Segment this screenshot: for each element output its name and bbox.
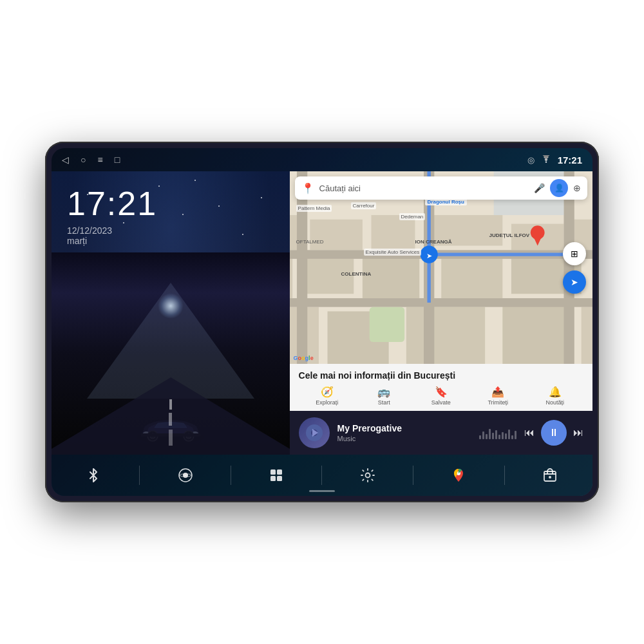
clock-date: 12/12/2023 marți: [67, 225, 274, 246]
settings-button[interactable]: [354, 461, 382, 489]
map-label-carrefour: Carrefour: [351, 202, 377, 209]
menu-button[interactable]: ≡: [97, 155, 102, 165]
svg-rect-11: [371, 215, 415, 250]
svg-rect-10: [310, 220, 363, 251]
music-info: My Prerogative Music: [337, 423, 471, 442]
play-pause-icon: ⏸: [549, 427, 559, 439]
svg-rect-42: [270, 476, 276, 481]
map-layers-button[interactable]: ⊞: [563, 242, 586, 265]
svg-rect-43: [277, 476, 282, 481]
google-maps-button[interactable]: [444, 461, 473, 489]
start-icon: 🚌: [377, 386, 390, 398]
bluetooth-button[interactable]: [80, 461, 108, 489]
status-right: ◎ 17:21: [527, 155, 582, 166]
dock-divider-3: [321, 466, 322, 485]
svg-rect-18: [441, 259, 502, 298]
map-label-judet: JUDEȚUL ILFOV: [489, 232, 530, 238]
svg-rect-41: [277, 469, 282, 475]
car-display-device: ◁ ○ ≡ □ ◎ 17:21: [45, 142, 599, 502]
home-indicator[interactable]: [309, 490, 335, 492]
map-label-oftalmed: OFTALMED: [296, 239, 324, 245]
map-label-colentina: COLENTINA: [341, 271, 372, 277]
play-pause-button[interactable]: ⏸: [541, 420, 567, 446]
svg-rect-23: [502, 303, 573, 364]
svg-rect-22: [406, 307, 484, 364]
info-tabs: 🧭 Explorați 🚌 Start 🔖 Salvate 📤: [299, 386, 583, 406]
screen: ◁ ○ ≡ □ ◎ 17:21: [52, 148, 592, 496]
apps-button[interactable]: [262, 461, 290, 489]
dock-divider-2: [231, 466, 231, 485]
dock-divider-1: [139, 466, 140, 485]
more-icon[interactable]: ⊕: [573, 183, 581, 193]
right-panel: ➤ 📍 Căutați aici 🎤 👤 ⊕: [290, 171, 592, 455]
tab-start-label: Start: [378, 399, 390, 406]
microphone-icon[interactable]: 🎤: [534, 183, 545, 193]
info-title: Cele mai noi informații din București: [299, 370, 583, 381]
tab-noutati[interactable]: 🔔 Noutăți: [527, 386, 583, 406]
tab-salvate-label: Salvate: [431, 399, 451, 406]
music-subtitle: Music: [337, 435, 471, 442]
bottom-dock: [52, 455, 592, 496]
search-bar-text: Căutați aici: [319, 184, 529, 193]
clock-area: 17:21 12/12/2023 marți: [52, 171, 290, 252]
music-player: My Prerogative Music: [290, 411, 592, 455]
svg-text:➤: ➤: [426, 252, 431, 260]
svg-rect-30: [369, 307, 404, 342]
explore-icon: 🧭: [321, 386, 334, 398]
svg-rect-12: [290, 259, 292, 298]
nav-buttons: ◁ ○ ≡ □: [62, 155, 120, 165]
tab-explorați-label: Explorați: [316, 399, 338, 406]
car-image-area: [52, 252, 290, 455]
dock-divider-4: [413, 466, 413, 485]
tab-explorați[interactable]: 🧭 Explorați: [299, 386, 355, 406]
map-label-pattern: Pattern Media: [296, 205, 332, 212]
profile-button[interactable]: 👤: [550, 179, 568, 197]
tab-trimiteti-label: Trimiteți: [488, 399, 508, 406]
album-art: [299, 417, 330, 448]
dock-divider-5: [504, 466, 505, 485]
status-time: 17:21: [558, 155, 582, 166]
tab-trimiteti[interactable]: 📤 Trimiteți: [469, 386, 526, 406]
tab-start[interactable]: 🚌 Start: [355, 386, 412, 406]
info-panel: Cele mai noi informații din București 🧭 …: [290, 364, 592, 411]
svg-point-47: [549, 476, 551, 478]
status-bar: ◁ ○ ≡ □ ◎ 17:21: [52, 148, 592, 171]
maps-pin-icon: 📍: [301, 182, 314, 194]
map-label-ion-creanga: ION CREANGĂ: [415, 239, 452, 245]
main-content: 17:21 12/12/2023 marți: [52, 171, 592, 455]
saved-icon: 🔖: [435, 386, 448, 398]
music-waveform: [479, 426, 516, 439]
svg-point-44: [365, 473, 370, 478]
map-area[interactable]: ➤ 📍 Căutați aici 🎤 👤 ⊕: [290, 171, 592, 364]
search-bar[interactable]: 📍 Căutați aici 🎤 👤 ⊕: [295, 176, 587, 200]
clock-time: 17:21: [67, 184, 274, 223]
location-icon: ◎: [527, 155, 535, 165]
svg-rect-24: [581, 307, 592, 364]
svg-rect-29: [290, 298, 592, 307]
svg-rect-40: [270, 469, 276, 475]
music-controls: ⏮ ⏸ ⏭: [524, 420, 583, 446]
screenshot-button[interactable]: □: [115, 155, 120, 165]
search-bar-icons: 🎤 👤 ⊕: [534, 179, 581, 197]
prev-button[interactable]: ⏮: [524, 427, 535, 439]
maps-fab: ⊞ ➤: [563, 242, 586, 294]
my-location-button[interactable]: ➤: [563, 270, 586, 294]
tab-salvate[interactable]: 🔖 Salvate: [413, 386, 469, 406]
wifi-icon: [541, 155, 551, 165]
home-button[interactable]: ○: [80, 155, 86, 165]
music-title: My Prerogative: [337, 423, 471, 433]
tab-noutati-label: Noutăți: [546, 399, 565, 406]
back-button[interactable]: ◁: [62, 155, 69, 165]
svg-rect-25: [297, 171, 307, 364]
package-button[interactable]: [536, 461, 564, 489]
map-label-exquisite: Exquisite Auto Services: [364, 249, 422, 256]
left-panel: 17:21 12/12/2023 marți: [52, 171, 290, 455]
share-icon: 📤: [491, 386, 504, 398]
news-icon: 🔔: [549, 386, 562, 398]
next-button[interactable]: ⏭: [573, 427, 583, 439]
google-logo: Google: [294, 355, 314, 361]
map-label-dedeman: Dedeman: [399, 213, 426, 220]
radio-button[interactable]: [171, 461, 200, 489]
